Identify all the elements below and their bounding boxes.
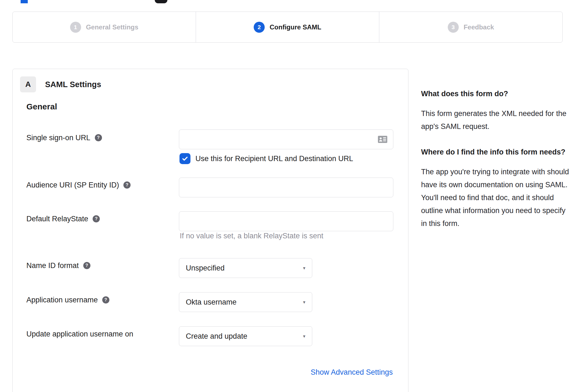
single-sign-on-url-input[interactable] <box>179 129 393 149</box>
default-relaystate-input[interactable] <box>179 211 393 231</box>
chevron-down-icon: ▾ <box>303 299 305 305</box>
section-a-badge: A <box>20 76 36 92</box>
default-relaystate-label: Default RelayState <box>26 215 88 223</box>
application-username-label: Application username <box>26 296 98 304</box>
step-general-settings[interactable]: 1 General Settings <box>13 12 196 42</box>
help-answer-1: This form generates the XML needed for t… <box>421 107 572 133</box>
name-id-format-label-row: Name ID format ? <box>26 260 90 271</box>
recipient-destination-checkbox-label: Use this for Recipient URL and Destinati… <box>195 153 353 164</box>
name-id-format-value: Unspecified <box>186 264 225 272</box>
show-advanced-settings-link[interactable]: Show Advanced Settings <box>311 368 393 377</box>
step-feedback[interactable]: 3 Feedback <box>379 12 562 42</box>
update-username-on-select[interactable]: Create and update ▾ <box>179 326 312 346</box>
step-3-number-badge: 3 <box>448 22 459 33</box>
update-username-on-value: Create and update <box>186 332 247 341</box>
update-username-label: Update application username on <box>26 330 133 338</box>
audience-uri-label-row: Audience URI (SP Entity ID) ? <box>26 180 131 191</box>
panel-title: SAML Settings <box>45 80 101 89</box>
application-username-value: Okta username <box>186 298 237 307</box>
chevron-down-icon: ▾ <box>303 333 305 339</box>
audience-uri-label: Audience URI (SP Entity ID) <box>26 181 119 189</box>
contact-card-icon[interactable] <box>378 136 387 143</box>
sso-url-label-row: Single sign-on URL ? <box>26 132 102 143</box>
sso-url-help-icon[interactable]: ? <box>95 134 102 141</box>
sso-url-label: Single sign-on URL <box>26 134 90 142</box>
cutoff-top-left-fragment <box>21 0 28 3</box>
general-section-heading: General <box>26 102 57 111</box>
panel-header: A SAML Settings <box>20 76 101 92</box>
step-1-label: General Settings <box>86 23 139 31</box>
step-2-number-badge: 2 <box>254 22 265 33</box>
saml-settings-panel: A SAML Settings General Single sign-on U… <box>12 69 408 392</box>
help-question-2: Where do I find the info this form needs… <box>421 146 572 158</box>
check-icon <box>181 155 189 162</box>
audience-uri-help-icon[interactable]: ? <box>123 181 131 189</box>
name-id-format-label: Name ID format <box>26 261 79 270</box>
application-username-select[interactable]: Okta username ▾ <box>179 292 312 312</box>
configure-saml-page: 1 General Settings 2 Configure SAML 3 Fe… <box>0 0 575 392</box>
update-username-label-row: Update application username on <box>26 328 133 339</box>
default-relaystate-hint: If no value is set, a blank RelayState i… <box>180 232 323 240</box>
name-id-format-help-icon[interactable]: ? <box>83 262 90 269</box>
chevron-down-icon: ▾ <box>303 265 305 271</box>
step-2-label: Configure SAML <box>270 23 321 31</box>
application-username-help-icon[interactable]: ? <box>102 296 109 303</box>
step-3-label: Feedback <box>464 23 494 31</box>
default-relaystate-label-row: Default RelayState ? <box>26 213 100 224</box>
default-relaystate-help-icon[interactable]: ? <box>93 215 100 222</box>
name-id-format-select[interactable]: Unspecified ▾ <box>179 258 312 278</box>
step-1-number-badge: 1 <box>70 22 81 33</box>
recipient-destination-checkbox[interactable] <box>179 153 190 164</box>
help-answer-2: The app you're trying to integrate with … <box>421 165 572 230</box>
audience-uri-input[interactable] <box>179 178 393 197</box>
wizard-stepper: 1 General Settings 2 Configure SAML 3 Fe… <box>12 12 563 43</box>
application-username-label-row: Application username ? <box>26 294 109 305</box>
step-configure-saml[interactable]: 2 Configure SAML <box>196 12 379 42</box>
cutoff-top-fragment <box>155 0 167 3</box>
help-sidebar: What does this form do? This form genera… <box>421 87 572 243</box>
help-question-1: What does this form do? <box>421 87 572 100</box>
